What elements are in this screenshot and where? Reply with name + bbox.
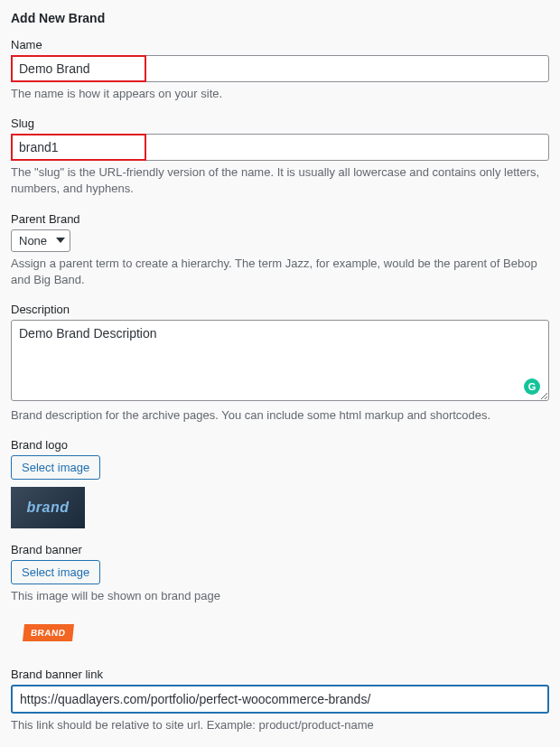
name-label: Name xyxy=(11,38,549,51)
description-help: Brand description for the archive pages.… xyxy=(11,407,549,424)
parent-label: Parent Brand xyxy=(11,212,549,226)
page-title: Add New Brand xyxy=(11,11,549,25)
parent-field-group: Parent Brand None Assign a parent term t… xyxy=(11,212,549,288)
banner-link-help: This link should be relative to site url… xyxy=(11,717,549,733)
name-help: The name is how it appears on your site. xyxy=(11,86,549,102)
banner-badge: BRAND xyxy=(23,624,74,641)
banner-help: This image will be shown on brand page xyxy=(11,588,549,604)
slug-help: The "slug" is the URL-friendly version o… xyxy=(11,164,549,197)
slug-input[interactable] xyxy=(11,134,549,161)
logo-select-button[interactable]: Select image xyxy=(11,455,100,480)
description-field-group: Description Demo Brand Description G Bra… xyxy=(11,303,549,424)
logo-field-group: Brand logo Select image brand xyxy=(11,438,549,528)
logo-preview-image: brand xyxy=(11,487,85,528)
banner-link-label: Brand banner link xyxy=(11,668,549,681)
parent-select[interactable]: None xyxy=(11,229,70,252)
name-field-group: Name The name is how it appears on your … xyxy=(11,38,549,102)
description-textarea[interactable]: Demo Brand Description xyxy=(11,320,549,401)
slug-label: Slug xyxy=(11,117,549,130)
banner-preview-image: BRAND xyxy=(11,612,85,653)
logo-label: Brand logo xyxy=(11,438,549,452)
banner-link-input[interactable] xyxy=(11,685,549,714)
name-input[interactable] xyxy=(11,55,549,82)
slug-field-group: Slug The "slug" is the URL-friendly vers… xyxy=(11,117,549,197)
logo-preview-text: brand xyxy=(27,500,70,516)
banner-select-button[interactable]: Select image xyxy=(11,560,100,584)
description-label: Description xyxy=(11,303,549,316)
banner-link-field-group: Brand banner link This link should be re… xyxy=(11,668,549,733)
parent-help: Assign a parent term to create a hierarc… xyxy=(11,256,549,288)
banner-field-group: Brand banner Select image This image wil… xyxy=(11,543,549,653)
banner-label: Brand banner xyxy=(11,543,549,556)
